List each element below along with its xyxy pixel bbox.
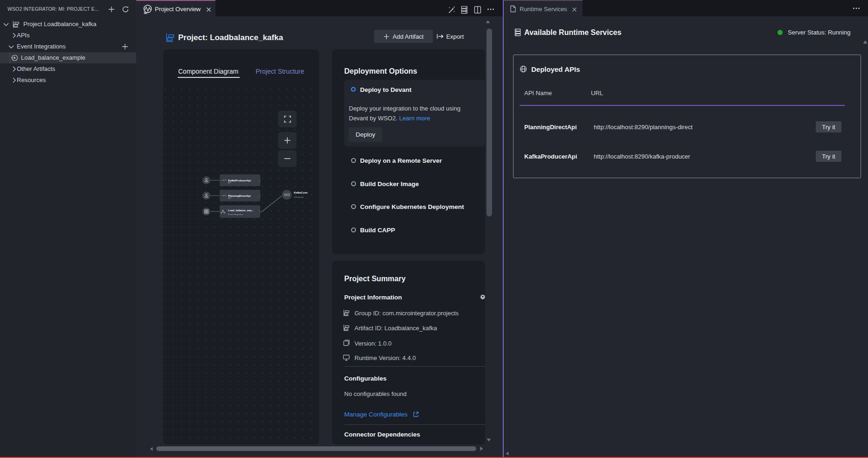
svg-text:Load_balance_exa...: Load_balance_exa... (228, 209, 254, 212)
svg-text:⋮: ⋮ (258, 179, 261, 182)
svg-text:⋮: ⋮ (258, 194, 261, 197)
svg-text:MI.: MI. (144, 12, 148, 14)
svg-text:HTTP: HTTP (222, 180, 227, 181)
svg-text:Connection: Connection (294, 196, 304, 198)
svg-text:API: API (228, 181, 231, 184)
svg-text:⋮: ⋮ (258, 210, 261, 213)
svg-text:API: API (228, 197, 231, 199)
svg-text:KafkaConn: KafkaConn (294, 191, 308, 194)
svg-text:PlanningDirectApi: PlanningDirectApi (228, 194, 251, 197)
svg-text:Event Integration: Event Integration (228, 213, 243, 215)
svg-text:HTTP: HTTP (222, 195, 227, 197)
svg-text:KafkaProducerApi: KafkaProducerApi (228, 179, 251, 182)
